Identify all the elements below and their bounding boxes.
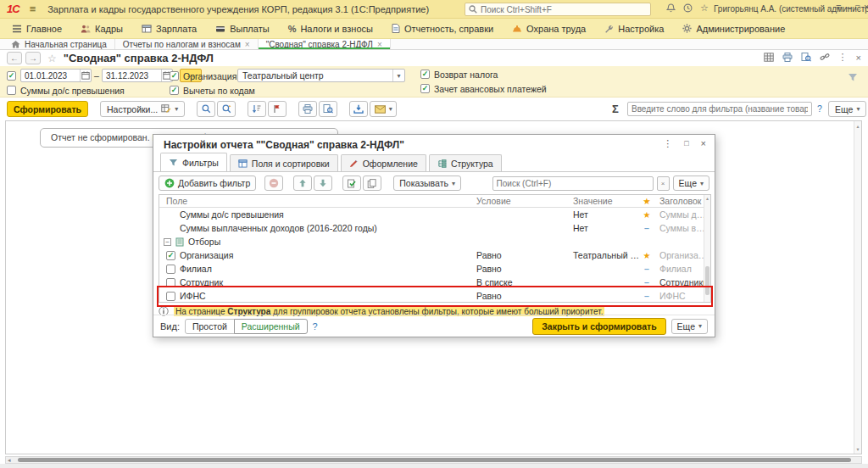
current-user[interactable]: Григорьянц А.А. (системный администратор… [714,4,868,14]
period-to-field[interactable] [102,69,173,82]
column-field[interactable]: Поле [159,195,470,207]
notifications-icon[interactable] [666,3,676,13]
column-value[interactable]: Значение [566,195,639,207]
dialog-search-field[interactable] [492,176,654,191]
menu-item[interactable]: Отчетность, справки [392,24,493,34]
table-row[interactable]: Суммы до/с превышенияНет★Суммы до/с прев… [159,208,710,221]
find-next-button[interactable] [217,101,236,117]
period-from-field[interactable] [20,69,92,82]
menu-item[interactable]: %Налоги и взносы [288,24,373,34]
print-button[interactable] [298,101,317,117]
window-tab[interactable]: Отчеты по налогам и взносам× [115,39,259,49]
vertical-scrollbar[interactable]: ▴ ▾ [854,121,861,454]
sort-flag-button[interactable] [268,101,287,117]
save-button[interactable] [349,101,368,117]
window-tab[interactable]: "Сводная" справка 2-НДФЛ× [259,39,391,49]
flag-dash-icon[interactable]: – [639,262,654,276]
period-to-input[interactable] [103,71,161,81]
view-simple-button[interactable]: Простой [185,319,235,334]
flag-dash-icon[interactable]: – [639,289,654,303]
menu-item[interactable]: Выплаты [215,24,269,34]
scroll-left-icon[interactable]: ◂ [8,457,11,464]
quick-filter-field[interactable] [627,102,812,116]
menu-item[interactable]: Администрирование [682,24,785,34]
close-window-icon[interactable]: × [864,2,868,12]
main-menu-icon[interactable]: ≡ [30,3,36,15]
menu-item[interactable]: Охрана труда [512,24,586,34]
row-checkbox[interactable]: ✓ [166,251,175,260]
clear-search-icon[interactable]: × [657,176,670,191]
tab-close-icon[interactable]: × [245,40,250,49]
org-checkbox[interactable]: ✓ [170,71,179,81]
favorite-star-icon[interactable]: ☆ [47,53,57,64]
menu-item[interactable]: Главное [12,24,62,34]
preview-icon[interactable] [801,53,811,62]
table-scrollbar-thumb[interactable] [705,266,709,295]
add-filter-button[interactable]: Добавить фильтр [159,176,256,191]
menu-item[interactable]: Зарплата [142,24,197,34]
more-button[interactable]: Еще▾ [828,101,866,117]
refund-checkbox[interactable]: ✓ [420,70,430,79]
calendar-icon[interactable] [80,70,91,81]
print-preview-button[interactable] [319,101,337,117]
history-icon[interactable] [683,3,693,13]
dialog-kebab-icon[interactable]: ⋮ [663,138,672,149]
dialog-more-button[interactable]: Еще▾ [673,176,709,191]
flag-dash-icon[interactable]: – [639,276,654,289]
row-checkbox[interactable] [166,278,175,287]
sum-icon[interactable]: Σ [612,103,619,115]
table-row[interactable]: −Отборы [159,235,710,248]
table-row[interactable]: ✓ОрганизацияРавноТеатральный центр★Орган… [159,248,710,262]
flag-star-icon[interactable]: ★ [639,248,654,262]
dialog-search-input[interactable] [493,179,653,188]
dialog-maximize-icon[interactable]: □ [684,138,688,149]
sort-button[interactable] [248,101,266,117]
deductions-checkbox[interactable]: ✓ [170,86,179,95]
tab-close-icon[interactable]: × [377,40,382,49]
dialog-close-icon[interactable]: × [701,138,706,149]
row-checkbox[interactable] [166,265,175,274]
close-page-icon[interactable]: × [856,53,861,63]
back-button[interactable]: ← [7,52,22,64]
dialog-footer-more-button[interactable]: Еще▾ [671,319,708,334]
scroll-up-icon[interactable]: ▴ [856,123,859,129]
table-row[interactable]: ИФНСРавно–ИФНС [159,289,710,303]
find-button[interactable] [197,101,215,117]
column-star[interactable]: ★ [639,195,654,207]
kebab-icon[interactable]: ⋮ [838,52,848,63]
remove-filter-button[interactable] [264,176,283,191]
sums-checkbox[interactable] [7,86,16,95]
windows-list-icon[interactable]: ≡ [836,2,841,12]
horizontal-scrollbar[interactable]: ◂ [5,456,862,464]
link-icon[interactable] [820,53,830,62]
close-and-generate-button[interactable]: Закрыть и сформировать [532,318,665,335]
help-link[interactable]: ? [817,103,822,114]
scrollbar-thumb[interactable] [18,458,851,462]
dialog-tab[interactable]: Поля и сортировки [230,154,338,171]
table-row[interactable]: ФилиалРавно–Филиал [159,262,710,276]
column-condition[interactable]: Условие [470,195,566,207]
favorites-icon[interactable]: ☆ [700,3,709,14]
table-row[interactable]: Суммы выплаченных доходов (2016-2020 год… [159,221,710,235]
column-header[interactable]: Заголовок [654,195,710,207]
show-mode-button[interactable]: Показывать▾ [393,176,461,191]
dialog-tab[interactable]: Фильтры [160,153,227,171]
move-up-button[interactable] [293,176,312,191]
check-all-button[interactable] [342,176,361,191]
expander-icon[interactable]: − [164,238,171,246]
filter-funnel-icon[interactable] [848,73,858,82]
menu-item[interactable]: Кадры [81,24,123,34]
view-extended-button[interactable]: Расширенный [234,319,308,334]
global-search-input[interactable] [481,5,647,14]
table-scrollbar[interactable]: ▴ [704,195,710,302]
scroll-down-icon[interactable]: ▾ [856,446,859,452]
move-down-button[interactable] [314,176,332,191]
flag-star-icon[interactable]: ★ [639,208,654,221]
period-from-input[interactable] [21,71,80,81]
print-icon[interactable] [782,53,793,62]
chevron-down-icon[interactable]: ▾ [392,70,404,81]
minimize-icon[interactable]: – [847,2,852,12]
send-email-button[interactable]: ▾ [370,101,397,117]
global-search[interactable] [465,3,651,16]
dialog-tab[interactable]: Структура [429,154,502,171]
